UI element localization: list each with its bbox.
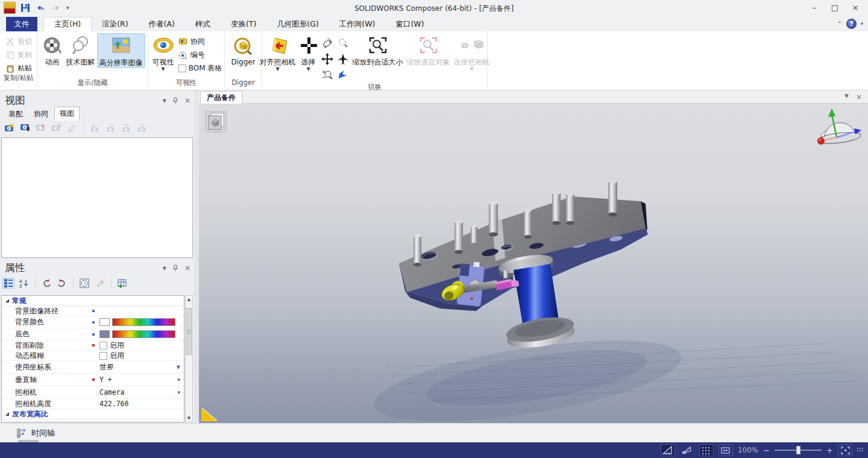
property-row[interactable]: 垂直轴Y +▼ bbox=[2, 374, 184, 386]
resize-grip[interactable] bbox=[857, 448, 864, 453]
zoom-button[interactable]: +− bbox=[319, 67, 335, 83]
properties-panel-menu-icon[interactable]: ▼ bbox=[163, 266, 166, 271]
history-button[interactable] bbox=[78, 278, 90, 289]
tab-style[interactable]: 样式 bbox=[185, 17, 221, 31]
properties-panel-close-icon[interactable]: × bbox=[184, 264, 190, 272]
motion-blur-checkbox[interactable] bbox=[99, 352, 107, 360]
property-row[interactable]: 格式自由▼ bbox=[2, 419, 184, 422]
viewport-3d[interactable] bbox=[199, 104, 868, 423]
color-gradient-bar[interactable] bbox=[112, 330, 175, 338]
property-row[interactable]: 背景图像路径 bbox=[2, 306, 184, 316]
zoom-area-button[interactable] bbox=[335, 36, 351, 51]
zoom-fit-status-button[interactable] bbox=[838, 444, 852, 456]
document-tab[interactable]: 产品备件 bbox=[200, 91, 242, 104]
look-at-button[interactable] bbox=[335, 67, 351, 83]
document-close-icon[interactable]: × bbox=[856, 93, 862, 101]
property-row[interactable]: 背景颜色 bbox=[2, 316, 184, 328]
view-thumbnail-icon[interactable] bbox=[205, 111, 227, 133]
tab-geometry[interactable]: 几何图形(G) bbox=[266, 17, 329, 31]
categorized-view-button[interactable] bbox=[2, 278, 14, 289]
fit-view-button[interactable] bbox=[719, 444, 733, 456]
help-dropdown-icon[interactable]: ▾ bbox=[861, 21, 863, 27]
views-panel-pin-icon[interactable] bbox=[172, 97, 178, 104]
color-gradient-bar[interactable] bbox=[112, 318, 175, 326]
collapse-ribbon-icon[interactable]: ⌃ bbox=[837, 20, 842, 27]
zoom-in-button[interactable]: + bbox=[826, 446, 833, 455]
tab-home[interactable]: 主页(H) bbox=[43, 17, 92, 31]
zoom-slider-thumb[interactable] bbox=[796, 446, 800, 454]
create-view-button[interactable] bbox=[4, 122, 16, 133]
visibility-dropdown-icon[interactable]: ▼ bbox=[162, 66, 165, 72]
measure-tool-button[interactable] bbox=[661, 444, 675, 456]
animation-button[interactable]: 动画 bbox=[40, 33, 64, 67]
scroll-up-icon[interactable]: ▲ bbox=[187, 296, 190, 303]
bottom-color-swatch[interactable] bbox=[99, 330, 110, 338]
high-res-image-button[interactable]: 高分辨率图像 bbox=[97, 33, 145, 68]
property-row[interactable]: 照相机Camera▼ bbox=[2, 386, 184, 399]
fly-mode-button[interactable] bbox=[335, 51, 351, 67]
document-list-dropdown-icon[interactable]: ▼ bbox=[844, 93, 849, 101]
property-row[interactable]: 动态模糊启用 bbox=[2, 351, 184, 361]
property-row[interactable]: 使用坐标系世界▼ bbox=[2, 361, 184, 374]
zoom-out-button[interactable]: − bbox=[763, 446, 770, 455]
bom-table-checkbox[interactable]: BOM 表格 bbox=[178, 63, 222, 74]
tab-render[interactable]: 渲染(R) bbox=[92, 17, 138, 31]
properties-scrollbar[interactable]: ▲ ▼ bbox=[185, 295, 193, 422]
dropdown-icon[interactable]: ▼ bbox=[177, 390, 180, 395]
views-tab-collaboration[interactable]: 协同 bbox=[29, 108, 53, 121]
views-list[interactable] bbox=[1, 137, 193, 258]
tab-window[interactable]: 窗口(W) bbox=[385, 17, 434, 31]
technical-illustration-button[interactable]: 技术图解 bbox=[64, 33, 97, 67]
visibility-button[interactable]: 可视性 ▼ bbox=[151, 33, 176, 72]
dropdown-icon[interactable]: ▼ bbox=[177, 377, 180, 383]
add-to-table-button[interactable] bbox=[116, 278, 128, 289]
pan-button[interactable] bbox=[319, 51, 335, 67]
property-row[interactable]: 背面剔除启用 bbox=[2, 340, 184, 351]
align-camera-button[interactable]: 对齐照相机 ▼ bbox=[258, 33, 298, 72]
property-section[interactable]: 常规 bbox=[2, 296, 184, 306]
tab-author[interactable]: 作者(A) bbox=[139, 17, 185, 31]
checkbox-icon[interactable] bbox=[178, 64, 186, 72]
zoom-slider[interactable] bbox=[775, 450, 822, 451]
numbering-button[interactable]: 编号 bbox=[178, 50, 222, 60]
views-panel-menu-icon[interactable]: ▼ bbox=[163, 98, 166, 104]
scroll-down-icon[interactable]: ▼ bbox=[187, 415, 190, 422]
close-button[interactable]: × bbox=[845, 0, 866, 14]
views-tab-views[interactable]: 视图 bbox=[54, 107, 80, 121]
views-panel-close-icon[interactable]: × bbox=[184, 96, 190, 105]
camera-arrow-left-icon bbox=[89, 123, 100, 133]
collaboration-button[interactable]: 协同 bbox=[178, 37, 222, 47]
align-camera-dropdown-icon[interactable]: ▼ bbox=[275, 66, 279, 72]
zoom-to-fit-button[interactable]: 缩放到合适大小 bbox=[351, 33, 405, 67]
property-row[interactable]: 底色 bbox=[2, 328, 184, 340]
views-tab-assembly[interactable]: 装配 bbox=[4, 108, 28, 121]
zoom-selected-button: 缩放选定对象 bbox=[405, 33, 452, 67]
update-view-button[interactable] bbox=[19, 122, 31, 133]
tab-transform[interactable]: 变换(T) bbox=[221, 17, 266, 31]
file-menu-button[interactable]: 文件 bbox=[6, 17, 37, 31]
timeline-toggle[interactable]: 时间轴 bbox=[17, 428, 55, 439]
perspective-button[interactable] bbox=[680, 444, 694, 456]
select-dropdown-icon[interactable]: ▼ bbox=[306, 66, 310, 72]
maximize-button[interactable]: □ bbox=[825, 0, 845, 14]
tab-workshop[interactable]: 工作间(W) bbox=[329, 17, 386, 31]
apply-property-button[interactable] bbox=[56, 278, 68, 289]
minimize-button[interactable]: – bbox=[804, 0, 825, 14]
help-button[interactable]: ? bbox=[846, 19, 857, 29]
property-row[interactable]: 照相机高度422.760 bbox=[2, 399, 184, 409]
background-color-swatch[interactable] bbox=[99, 318, 110, 326]
paste-button[interactable]: 粘贴 bbox=[6, 63, 37, 74]
properties-panel-pin-icon[interactable] bbox=[172, 265, 178, 272]
orientation-triad[interactable] bbox=[810, 106, 862, 149]
select-button[interactable]: 选择 ▼ bbox=[298, 33, 319, 72]
backface-culling-checkbox[interactable] bbox=[99, 342, 107, 350]
dropdown-icon[interactable]: ▼ bbox=[177, 365, 180, 370]
digger-button[interactable]: Digger bbox=[229, 33, 257, 67]
scrollbar-thumb[interactable] bbox=[186, 308, 192, 355]
panel-splitter[interactable] bbox=[194, 90, 199, 424]
property-section[interactable]: 发布宽高比 bbox=[2, 409, 184, 419]
alphabetical-sort-button[interactable]: AZ bbox=[18, 278, 30, 289]
grid-toggle-button[interactable] bbox=[699, 444, 714, 456]
reset-property-button[interactable] bbox=[40, 278, 52, 289]
orbit-button[interactable] bbox=[319, 36, 335, 51]
